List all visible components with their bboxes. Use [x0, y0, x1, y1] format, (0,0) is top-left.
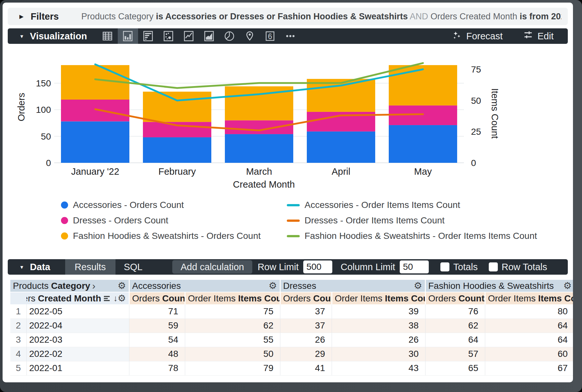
- column-group-header[interactable]: Fashion Hoodies & Sweatshirts⚙: [425, 280, 573, 292]
- bar-segment[interactable]: [225, 120, 293, 134]
- dimension-cell[interactable]: 2022-04: [26, 318, 129, 333]
- scatter-chart-icon[interactable]: [158, 28, 179, 44]
- measure-cell[interactable]: 41: [280, 361, 332, 375]
- measure-cell[interactable]: 60: [485, 347, 573, 361]
- row-totals-checkbox[interactable]: [489, 262, 498, 271]
- map-chart-icon[interactable]: [240, 28, 260, 44]
- legend-item[interactable]: Fashion Hoodies & Sweatshirts - Orders C…: [61, 230, 287, 242]
- legend-item[interactable]: Accessories - Orders Count: [61, 199, 287, 211]
- header-label: Order Items Items Count: [188, 293, 280, 304]
- measure-cell[interactable]: 55: [185, 333, 280, 347]
- field-header-orders-created-month[interactable]: Orders Created Month↓⚙: [26, 292, 129, 304]
- measure-cell[interactable]: 38: [332, 318, 425, 333]
- measure-cell[interactable]: 76: [425, 304, 485, 318]
- measure-cell[interactable]: 71: [129, 304, 185, 318]
- bar-segment[interactable]: [307, 132, 375, 163]
- forecast-button[interactable]: Forecast: [452, 30, 503, 42]
- bar-segment[interactable]: [389, 65, 457, 105]
- legend-item[interactable]: Fashion Hoodies & Sweatshirts - Order It…: [287, 230, 537, 242]
- column-chart-icon[interactable]: [118, 28, 138, 44]
- pie-chart-icon[interactable]: [219, 28, 240, 44]
- gear-icon[interactable]: ⚙: [118, 294, 126, 303]
- dimension-cell[interactable]: 2022-01: [26, 361, 129, 375]
- measure-cell[interactable]: 37: [280, 318, 332, 333]
- gear-icon[interactable]: ⚙: [414, 281, 422, 290]
- bar-segment[interactable]: [61, 122, 129, 163]
- measure-cell[interactable]: 64: [425, 333, 485, 347]
- measure-cell[interactable]: 30: [332, 347, 425, 361]
- gear-icon[interactable]: ⚙: [118, 281, 126, 290]
- measure-cell[interactable]: 78: [129, 361, 185, 375]
- legend-label: Fashion Hoodies & Sweatshirts - Order It…: [305, 231, 537, 241]
- field-header-measure[interactable]: Order Items Items Count⚙: [185, 292, 280, 304]
- line-chart-icon[interactable]: [179, 28, 199, 44]
- measure-cell[interactable]: 29: [280, 347, 332, 361]
- measure-cell[interactable]: 62: [185, 318, 280, 333]
- sort-desc-icon[interactable]: ↓: [114, 293, 118, 303]
- measure-cell[interactable]: 75: [185, 304, 280, 318]
- measure-cell[interactable]: 57: [425, 347, 485, 361]
- filters-expand-icon[interactable]: ▶: [19, 13, 24, 20]
- visualization-collapse-icon[interactable]: ▼: [19, 34, 24, 39]
- row-limit-input[interactable]: [303, 260, 332, 273]
- gear-icon[interactable]: ⚙: [563, 281, 572, 290]
- data-collapse-icon[interactable]: ▼: [19, 264, 24, 270]
- measure-cell[interactable]: 43: [332, 361, 425, 375]
- measure-cell[interactable]: 79: [185, 361, 280, 375]
- area-chart-icon[interactable]: [199, 28, 219, 44]
- measure-cell[interactable]: 65: [425, 361, 485, 375]
- legend-item[interactable]: Dresses - Order Items Items Count: [287, 215, 537, 226]
- measure-cell[interactable]: 54: [129, 333, 185, 347]
- more-charts-icon[interactable]: [280, 28, 301, 44]
- chevron-right-icon[interactable]: ›: [92, 280, 95, 291]
- field-header-measure[interactable]: Order Items Items Count⚙: [485, 292, 573, 304]
- add-calculation-button[interactable]: Add calculation: [172, 260, 253, 274]
- single-value-icon[interactable]: 6: [260, 28, 280, 44]
- field-header-measure[interactable]: Orders Count⚙: [425, 292, 485, 304]
- edit-button[interactable]: Edit: [523, 30, 554, 42]
- measure-cell[interactable]: 39: [332, 304, 425, 318]
- measure-cell[interactable]: 59: [129, 318, 185, 333]
- bar-segment[interactable]: [389, 125, 457, 163]
- totals-checkbox[interactable]: [440, 262, 449, 271]
- measure-cell[interactable]: 26: [280, 333, 332, 347]
- bar-segment[interactable]: [143, 92, 211, 122]
- sparkle-icon: [452, 30, 462, 42]
- measure-cell[interactable]: 26: [332, 333, 425, 347]
- gear-icon[interactable]: ⚙: [269, 281, 277, 290]
- legend-item[interactable]: Dresses - Orders Count: [61, 215, 287, 226]
- subtotal-icon[interactable]: [104, 296, 111, 301]
- header-label: Orders Count: [132, 293, 185, 304]
- measure-cell[interactable]: 67: [485, 361, 573, 375]
- legend-item[interactable]: Accessories - Order Items Items Count: [287, 199, 537, 211]
- measure-cell[interactable]: 50: [185, 347, 280, 361]
- column-limit-input[interactable]: [400, 260, 429, 273]
- field-header-measure[interactable]: Order Items Items Count⚙: [332, 292, 425, 304]
- combo-chart[interactable]: 0501001500255075January '22FebruaryMarch…: [10, 45, 573, 191]
- dimension-cell[interactable]: 2022-03: [26, 333, 129, 347]
- dimension-cell[interactable]: 2022-05: [26, 304, 129, 318]
- bar-segment[interactable]: [143, 122, 211, 137]
- field-header-measure[interactable]: Orders Count⚙: [129, 292, 185, 304]
- bar-segment[interactable]: [143, 137, 211, 163]
- measure-cell[interactable]: 62: [425, 318, 485, 333]
- measure-cell[interactable]: 37: [280, 304, 332, 318]
- tab-results[interactable]: Results: [65, 259, 115, 275]
- measure-cell[interactable]: 64: [485, 318, 573, 333]
- left-axis-tick: 100: [36, 105, 51, 115]
- table-chart-icon[interactable]: [97, 28, 118, 44]
- bar-chart-icon[interactable]: [138, 28, 158, 44]
- bar-segment[interactable]: [61, 100, 129, 122]
- measure-cell[interactable]: 48: [129, 347, 185, 361]
- tab-sql[interactable]: SQL: [115, 259, 151, 275]
- bar-segment[interactable]: [225, 134, 293, 163]
- measure-cell[interactable]: 80: [485, 304, 573, 318]
- filters-bar[interactable]: ▶ Filters Products Category is Accessori…: [8, 8, 568, 25]
- x-axis-label: April: [332, 166, 350, 177]
- column-group-header[interactable]: Dresses⚙: [280, 280, 425, 292]
- column-group-header[interactable]: Accessories⚙: [129, 280, 280, 292]
- field-header-measure[interactable]: Orders Count⚙: [280, 292, 332, 304]
- dimension-cell[interactable]: 2022-02: [26, 347, 129, 361]
- column-header-products-category[interactable]: Products Category›⚙: [10, 280, 129, 292]
- measure-cell[interactable]: 64: [485, 333, 573, 347]
